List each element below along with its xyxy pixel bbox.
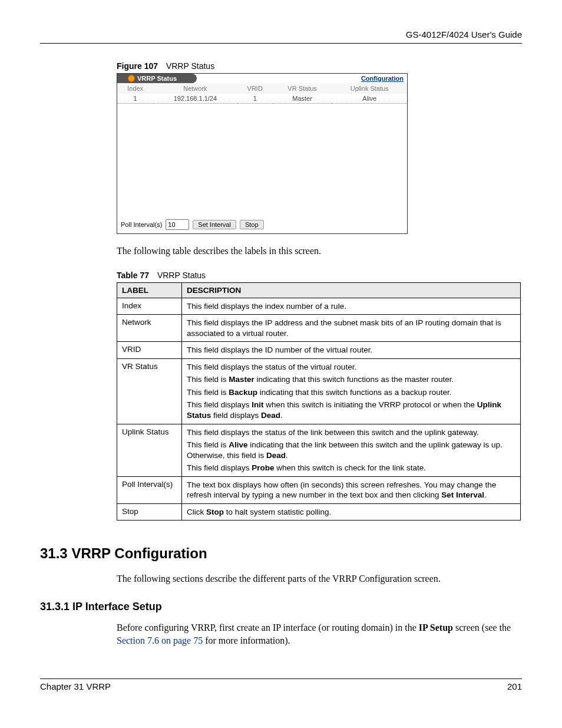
cross-ref-link[interactable]: Section 7.6 on page 75 — [117, 635, 203, 645]
footer-chapter: Chapter 31 VRRP — [40, 681, 111, 691]
bold: Stop — [206, 508, 224, 516]
bold: Set Interval — [441, 490, 484, 499]
screenshot-titlebar: VRRP Status Configuration — [117, 74, 407, 83]
cell-network: 192.168.1.1/24 — [153, 94, 237, 104]
t: Click — [187, 508, 206, 516]
t: This field displays — [187, 463, 252, 472]
p: This field displays the index number of … — [187, 301, 515, 312]
section-heading: 31.3 VRRP Configuration — [40, 545, 522, 562]
cell-vrstatus: Master — [273, 94, 332, 104]
t: for more information). — [203, 635, 290, 645]
t: This field is — [187, 375, 229, 384]
p: This field displays the IP address and t… — [187, 318, 515, 338]
label-cell: VR Status — [117, 358, 182, 424]
intro-text: The following table describes the labels… — [117, 245, 522, 258]
t: . — [280, 411, 283, 420]
table-caption: Table 77 VRRP Status — [117, 271, 522, 280]
footer-rule — [40, 678, 522, 679]
t: field displays — [211, 411, 261, 420]
row-stop: Stop Click Stop to halt system statistic… — [117, 503, 521, 521]
p: This field is Alive indicating that the … — [187, 440, 515, 460]
vrrp-status-screenshot: VRRP Status Configuration Index Network … — [117, 73, 408, 234]
label-cell: Index — [117, 298, 182, 315]
p: This field displays the status of the li… — [187, 427, 515, 438]
bold: Master — [229, 375, 254, 384]
col-uplinkstatus: Uplink Status — [332, 83, 407, 94]
t: Before configuring VRRP, first create an… — [117, 622, 419, 633]
desc-cell: This field displays the status of the li… — [182, 424, 521, 476]
t: . — [286, 451, 288, 460]
configuration-link[interactable]: Configuration — [361, 75, 407, 82]
bold: Init — [252, 400, 263, 409]
header-rule — [40, 43, 522, 44]
t: This field is — [187, 388, 229, 397]
row-poll: Poll Interval(s) The text box displays h… — [117, 476, 521, 503]
row-network: Network This field displays the IP addre… — [117, 315, 521, 342]
t: . — [484, 490, 487, 499]
screenshot-empty-area — [117, 104, 407, 216]
cell-vrid: 1 — [237, 94, 273, 104]
bold: Alive — [229, 440, 247, 449]
p: This field is Master indicating that thi… — [187, 374, 515, 385]
subsection-heading: 31.3.1 IP Interface Setup — [40, 601, 522, 613]
bold: Dead — [266, 451, 286, 460]
label-cell: Stop — [117, 503, 182, 521]
tab-dot-icon — [128, 75, 135, 82]
table-header-row: Index Network VRID VR Status Uplink Stat… — [117, 83, 407, 94]
t: indicating that this switch functions as… — [254, 375, 454, 384]
screenshot-footer: Poll Interval(s) Set Interval Stop — [117, 216, 407, 233]
set-interval-button[interactable]: Set Interval — [193, 220, 236, 229]
bold: Backup — [229, 388, 257, 397]
table-number: Table 77 — [117, 271, 149, 280]
p: This field displays Probe when this swit… — [187, 463, 515, 473]
p: The text box displays how often (in seco… — [187, 480, 515, 500]
t: This field is — [187, 440, 229, 449]
t: when this switch is check for the link s… — [275, 463, 426, 472]
row-uplink: Uplink Status This field displays the st… — [117, 424, 521, 476]
desc-header-row: LABEL DESCRIPTION — [117, 282, 521, 298]
figure-caption: Figure 107 VRRP Status — [117, 61, 522, 71]
desc-cell: This field displays the IP address and t… — [182, 315, 521, 342]
row-vrid: VRID This field displays the ID number o… — [117, 342, 521, 359]
desc-cell: Click Stop to halt system statistic poll… — [182, 503, 521, 521]
subsection-text: Before configuring VRRP, first create an… — [117, 621, 522, 647]
desc-cell: The text box displays how often (in seco… — [182, 476, 521, 503]
row-index: Index This field displays the index numb… — [117, 298, 521, 315]
table-title: VRRP Status — [157, 271, 206, 280]
col-vrid: VRID — [237, 83, 273, 94]
t: when this switch is initiating the VRRP … — [264, 400, 477, 409]
col-network: Network — [153, 83, 237, 94]
desc-cell: This field displays the ID number of the… — [182, 342, 521, 359]
p: This field displays Init when this switc… — [187, 400, 515, 420]
t: to halt system statistic polling. — [224, 508, 331, 516]
label-cell: VRID — [117, 342, 182, 359]
t: indicating that this switch functions as… — [257, 388, 451, 397]
tab-label: VRRP Status — [137, 75, 177, 82]
cell-uplink: Alive — [332, 94, 407, 104]
label-cell: Poll Interval(s) — [117, 476, 182, 503]
label-cell: Uplink Status — [117, 424, 182, 476]
figure-number: Figure 107 — [117, 61, 158, 71]
bold: Probe — [252, 463, 274, 472]
bold: Dead — [261, 411, 280, 420]
page-footer: Chapter 31 VRRP 201 — [40, 678, 522, 691]
stop-button[interactable]: Stop — [240, 220, 264, 229]
footer-page: 201 — [507, 681, 522, 691]
t: screen (see the — [453, 622, 511, 633]
t: This field displays — [187, 400, 252, 409]
poll-interval-input[interactable] — [166, 219, 189, 230]
p: Click Stop to halt system statistic poll… — [187, 507, 515, 518]
header-description: DESCRIPTION — [182, 282, 521, 298]
screenshot-tab: VRRP Status — [117, 74, 197, 83]
tab-shape: VRRP Status — [117, 74, 197, 83]
figure-title: VRRP Status — [166, 61, 214, 71]
desc-cell: This field displays the index number of … — [182, 298, 521, 315]
desc-cell: This field displays the status of the vi… — [182, 358, 521, 424]
vrrp-status-table: Index Network VRID VR Status Uplink Stat… — [117, 83, 407, 104]
description-table: LABEL DESCRIPTION Index This field displ… — [117, 282, 521, 521]
poll-interval-label: Poll Interval(s) — [121, 221, 162, 228]
p: This field is Backup indicating that thi… — [187, 387, 515, 398]
section-intro: The following sections describe the diff… — [117, 572, 522, 585]
header-label: LABEL — [117, 282, 182, 298]
col-index: Index — [117, 83, 153, 94]
